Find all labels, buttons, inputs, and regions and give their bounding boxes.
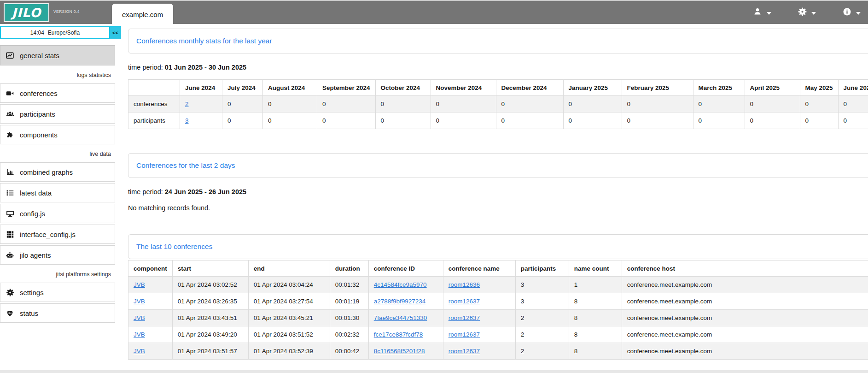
sidebar-collapse-button[interactable]: << — [110, 26, 121, 39]
grid-icon — [5, 230, 15, 238]
monthly-stats-header: Conferences monthly stats for the last y… — [128, 29, 868, 53]
sidebar-item-label: config.js — [20, 210, 45, 218]
conference-name-link[interactable]: room12637 — [449, 298, 480, 305]
sidebar-item-participants[interactable]: participants — [0, 104, 115, 124]
cell-duration: 00:01:32 — [330, 277, 368, 293]
sidebar-item-interface-config-js[interactable]: interface_config.js — [0, 225, 115, 244]
cell-participants: 2 — [515, 310, 569, 326]
sidebar-item-config-js[interactable]: config.js — [0, 204, 115, 223]
conference-name-link[interactable]: room12637 — [449, 331, 480, 338]
monthly-stats-section: Conferences monthly stats for the last y… — [128, 29, 868, 129]
cell: 0 — [263, 112, 317, 129]
participants-count-link[interactable]: 3 — [185, 117, 189, 124]
cell-conference-id: a2788f9bf9927234 — [368, 293, 443, 310]
cell-conference-name: room12637 — [443, 310, 515, 326]
cell-conference-id: 8c116568f5201f28 — [368, 343, 443, 360]
cell-conference-id: 4c14584fce9a5970 — [368, 277, 443, 293]
cell: 0 — [800, 112, 838, 129]
cell-component: JVB — [128, 310, 173, 326]
sidebar-item-components[interactable]: components — [0, 125, 115, 144]
cell-start: 01 Apr 2024 03:49:20 — [172, 326, 248, 343]
info-menu[interactable] — [843, 7, 861, 18]
cell: 0 — [431, 96, 496, 112]
cell-conference-id: fce17ce887fcdf78 — [368, 326, 443, 343]
component-link[interactable]: JVB — [134, 298, 145, 305]
conferences-count-link[interactable]: 2 — [185, 101, 189, 107]
cell-name-count: 8 — [569, 326, 622, 343]
component-link[interactable]: JVB — [134, 331, 145, 338]
sidebar-item-general-stats[interactable]: general stats — [0, 45, 115, 65]
cell-end: 01 Apr 2024 03:27:54 — [248, 293, 330, 310]
table-row: JVB 01 Apr 2024 03:49:20 01 Apr 2024 03:… — [128, 326, 868, 343]
robot-icon — [5, 251, 15, 259]
sidebar-section-logs-statistics: logs statistics — [0, 67, 115, 83]
cell: 0 — [745, 112, 800, 129]
sidebar-item-status[interactable]: status — [0, 303, 115, 323]
conference-id-link[interactable]: a2788f9bf9927234 — [374, 298, 426, 305]
platform-tab[interactable]: example.com — [112, 4, 173, 25]
column-header: November 2024 — [431, 80, 496, 96]
monthly-time-period: time period: 01 Jun 2025 - 30 Jun 2025 — [128, 64, 868, 71]
cell: 0 — [317, 96, 376, 112]
sidebar-item-label: combined graphs — [20, 168, 73, 176]
cell-name-count: 8 — [569, 293, 622, 310]
version-label: VERSION 0.4 — [53, 9, 80, 14]
cell-end: 01 Apr 2024 03:04:24 — [248, 277, 330, 293]
conference-id-link[interactable]: 8c116568f5201f28 — [374, 348, 425, 355]
sidebar-item-label: participants — [20, 110, 55, 118]
conference-name-link[interactable]: room12637 — [449, 314, 480, 321]
cell-duration: 00:00:42 — [330, 343, 368, 360]
heart-pulse-icon — [5, 309, 15, 317]
sidebar-item-latest-data[interactable]: latest data — [0, 183, 115, 202]
horizontal-scrollbar[interactable] — [0, 370, 868, 373]
column-header: component — [128, 261, 173, 277]
sidebar-item-label: conferences — [20, 89, 58, 97]
sidebar-section-live-data: live data — [0, 146, 115, 162]
no-records-message: No matching records found. — [128, 204, 868, 212]
time-period-value: 01 Jun 2025 - 30 Jun 2025 — [165, 64, 246, 71]
recent-conferences-section: Conferences for the last 2 days time per… — [128, 153, 868, 212]
conference-name-link[interactable]: room12636 — [449, 281, 480, 288]
conference-id-link[interactable]: 4c14584fce9a5970 — [374, 281, 427, 288]
clock-timezone: Europe/Sofia — [48, 30, 80, 36]
component-link[interactable]: JVB — [134, 281, 145, 288]
list-icon — [5, 189, 15, 197]
time-period-label: time period: — [128, 188, 163, 195]
last10-table: component start end duration conference … — [128, 260, 868, 360]
sidebar-item-settings[interactable]: settings — [0, 283, 115, 302]
component-link[interactable]: JVB — [134, 348, 145, 355]
sidebar-item-label: settings — [20, 289, 44, 296]
sidebar-item-jilo-agents[interactable]: jilo agents — [0, 245, 115, 265]
column-header: name count — [569, 261, 622, 277]
gear-icon — [798, 7, 807, 18]
desktop-icon — [5, 209, 15, 218]
component-link[interactable]: JVB — [134, 314, 145, 321]
recent-time-period: time period: 24 Jun 2025 - 26 Jun 2025 — [128, 188, 868, 195]
cell-start: 01 Apr 2024 03:02:52 — [172, 277, 248, 293]
table-header-row: June 2024 July 2024 August 2024 Septembe… — [128, 80, 868, 96]
recent-conferences-header: Conferences for the last 2 days — [128, 153, 868, 178]
conference-id-link[interactable]: fce17ce887fcdf78 — [374, 331, 423, 338]
sidebar-item-combined-graphs[interactable]: combined graphs — [0, 162, 115, 182]
column-header: July 2024 — [222, 80, 263, 96]
user-menu[interactable] — [753, 7, 771, 18]
conference-name-link[interactable]: room12637 — [449, 348, 480, 355]
sidebar-item-conferences[interactable]: conferences — [0, 83, 115, 103]
cell: 0 — [693, 96, 745, 112]
settings-menu[interactable] — [798, 7, 816, 18]
table-row: JVB 01 Apr 2024 03:43:51 01 Apr 2024 03:… — [128, 310, 868, 326]
cell-host: conference.meet.example.com — [622, 293, 868, 310]
conference-id-link[interactable]: 7fae9ce344751330 — [374, 314, 427, 321]
cell-conference-id: 7fae9ce344751330 — [368, 310, 443, 326]
table-row: participants 3 0 0 0 0 0 0 0 0 0 0 0 0 — [128, 112, 868, 129]
sidebar-item-label: interface_config.js — [20, 231, 76, 238]
cell-component: JVB — [128, 326, 173, 343]
column-header: June 2025 — [838, 80, 868, 96]
gear-icon — [5, 288, 15, 296]
table-row: JVB 01 Apr 2024 03:51:57 01 Apr 2024 03:… — [128, 343, 868, 360]
cell-end: 01 Apr 2024 03:52:39 — [248, 343, 330, 360]
caret-down-icon — [856, 8, 861, 17]
cell: 0 — [375, 96, 431, 112]
section-title: Conferences for the last 2 days — [136, 161, 235, 170]
topbar: JILO VERSION 0.4 example.com — [0, 1, 868, 24]
